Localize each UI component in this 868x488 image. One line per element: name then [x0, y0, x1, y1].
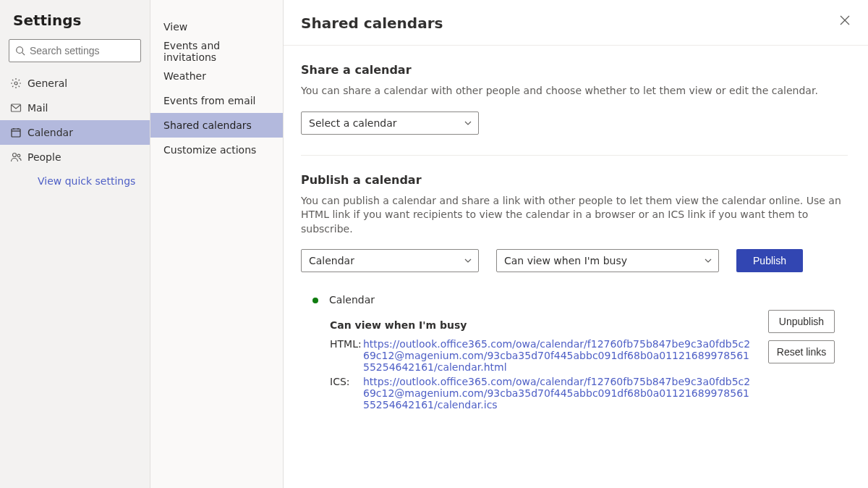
html-link-row: HTML: https://outlook.office365.com/owa/…: [330, 338, 754, 373]
main-panel: Shared calendars Share a calendar You ca…: [284, 0, 868, 488]
svg-point-0: [17, 47, 23, 54]
calendar-icon: [10, 127, 27, 138]
published-calendar-item: Calendar Can view when I'm busy HTML: ht…: [301, 293, 848, 413]
ics-link-row: ICS: https://outlook.office365.com/owa/c…: [330, 376, 754, 411]
sidebar-item-label: General: [27, 77, 67, 89]
settings-title: Settings: [0, 9, 150, 39]
publish-calendar-section: Publish a calendar You can publish a cal…: [301, 155, 848, 434]
subnav-item-events-from-email[interactable]: Events from email: [150, 88, 283, 113]
share-heading: Share a calendar: [301, 63, 848, 77]
sidebar-item-label: People: [27, 151, 61, 163]
sidebar-item-general[interactable]: General: [0, 71, 150, 96]
published-permission: Can view when I'm busy: [330, 319, 754, 331]
sidebar-item-mail[interactable]: Mail: [0, 96, 150, 120]
publish-permission-dropdown[interactable]: Can view when I'm busy: [496, 249, 719, 272]
dropdown-value: Select a calendar: [309, 117, 397, 129]
gear-icon: [10, 77, 27, 89]
publish-calendar-dropdown[interactable]: Calendar: [301, 249, 479, 272]
published-calendar-name: Calendar: [329, 294, 375, 306]
html-link-url[interactable]: https://outlook.office365.com/owa/calend…: [363, 338, 754, 373]
svg-rect-4: [12, 129, 20, 137]
close-icon: [840, 15, 850, 25]
sidebar-item-label: Calendar: [27, 127, 73, 138]
unpublish-button[interactable]: Unpublish: [768, 310, 835, 333]
subnav-item-events-invitations[interactable]: Events and invitations: [150, 39, 283, 64]
svg-point-8: [13, 153, 17, 157]
ics-link-label: ICS:: [330, 376, 363, 411]
settings-sidebar: Settings General Mail Calendar People Vi…: [0, 0, 150, 488]
publish-heading: Publish a calendar: [301, 173, 848, 187]
ics-link-url[interactable]: https://outlook.office365.com/owa/calend…: [363, 376, 754, 411]
subnav-item-view[interactable]: View: [150, 14, 283, 39]
sidebar-item-calendar[interactable]: Calendar: [0, 120, 150, 145]
dropdown-value: Can view when I'm busy: [504, 255, 627, 266]
calendar-subnav: View Events and invitations Weather Even…: [150, 0, 284, 488]
published-name-row: Calendar: [312, 293, 754, 306]
reset-links-button[interactable]: Reset links: [768, 340, 835, 363]
html-link-label: HTML:: [330, 338, 363, 373]
chevron-down-icon: [464, 256, 472, 265]
sidebar-item-people[interactable]: People: [0, 145, 150, 169]
chevron-down-icon: [704, 256, 712, 265]
share-calendar-section: Share a calendar You can share a calenda…: [301, 46, 848, 155]
close-button[interactable]: [835, 10, 855, 30]
published-details: Calendar Can view when I'm busy HTML: ht…: [301, 293, 754, 413]
subnav-item-weather[interactable]: Weather: [150, 64, 283, 88]
svg-point-2: [14, 82, 17, 85]
dropdown-value: Calendar: [309, 255, 354, 266]
publish-description: You can publish a calendar and share a l…: [301, 194, 848, 237]
search-settings-input[interactable]: [30, 45, 156, 56]
subnav-item-customize-actions[interactable]: Customize actions: [150, 138, 283, 162]
mail-icon: [10, 102, 27, 114]
sidebar-item-label: Mail: [27, 102, 48, 114]
svg-point-9: [17, 154, 20, 157]
view-quick-settings-link[interactable]: View quick settings: [0, 169, 150, 193]
search-settings-box[interactable]: [9, 39, 141, 62]
publish-button[interactable]: Publish: [736, 249, 803, 272]
people-icon: [10, 151, 27, 163]
svg-line-1: [22, 53, 25, 56]
published-actions: Unpublish Reset links: [768, 293, 848, 413]
share-select-calendar-dropdown[interactable]: Select a calendar: [301, 112, 479, 135]
subnav-item-shared-calendars[interactable]: Shared calendars: [150, 113, 283, 138]
page-title: Shared calendars: [301, 14, 848, 32]
chevron-down-icon: [464, 119, 472, 127]
search-icon: [15, 46, 25, 56]
publish-controls-row: Calendar Can view when I'm busy Publish: [301, 249, 848, 272]
status-dot-icon: [312, 298, 318, 303]
share-description: You can share a calendar with other peop…: [301, 84, 848, 98]
